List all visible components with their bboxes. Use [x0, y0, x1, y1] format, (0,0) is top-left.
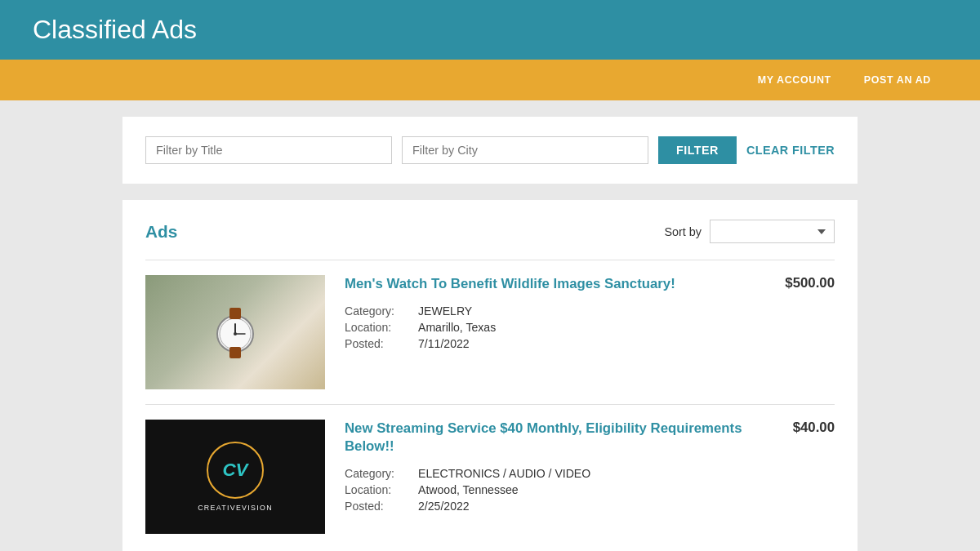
posted-value: 7/11/2022 [418, 337, 835, 350]
ad-item: Men's Watch To Benefit Wildlife Images S… [145, 260, 835, 404]
ads-heading: Ads [145, 222, 177, 242]
posted-label: Posted: [345, 500, 418, 513]
filter-title-input[interactable] [145, 136, 392, 164]
ads-panel: Ads Sort by Price: Low to High Price: Hi… [122, 200, 858, 551]
site-title: Classified Ads [33, 15, 947, 45]
clear-filter-button[interactable]: CLEAR FILTER [746, 144, 835, 157]
location-label: Location: [345, 321, 418, 334]
cv-brand-text: CREATIVEVISION [198, 504, 273, 512]
svg-point-6 [234, 332, 237, 335]
ad-top-row: Men's Watch To Benefit Wildlife Images S… [345, 275, 835, 293]
filter-city-input[interactable] [402, 136, 648, 164]
navbar: MY ACCOUNT POST AN AD [0, 60, 980, 100]
ad-item: CV CREATIVEVISION New Streaming Service … [145, 404, 835, 549]
ad-image-cv: CV CREATIVEVISION [145, 420, 325, 534]
filter-button[interactable]: FILTER [658, 136, 737, 164]
ad-image-watch [145, 275, 325, 389]
ad-price: $40.00 [777, 420, 835, 436]
cv-logo-circle: CV [207, 442, 264, 499]
location-value: Atwood, Tennessee [418, 483, 835, 496]
posted-value: 2/25/2022 [418, 500, 835, 513]
filter-box: FILTER CLEAR FILTER [122, 117, 858, 184]
ad-content: Men's Watch To Benefit Wildlife Images S… [345, 275, 835, 389]
cv-logo-text: CV [222, 460, 247, 481]
svg-rect-3 [229, 347, 241, 358]
svg-rect-2 [229, 308, 241, 319]
ad-title-link[interactable]: New Streaming Service $40 Monthly, Eligi… [345, 420, 777, 455]
location-value: Amarillo, Texas [418, 321, 835, 334]
ad-title-link[interactable]: Men's Watch To Benefit Wildlife Images S… [345, 275, 675, 293]
ads-header: Ads Sort by Price: Low to High Price: Hi… [145, 220, 835, 243]
location-label: Location: [345, 483, 418, 496]
category-value: ELECTRONICS / AUDIO / VIDEO [418, 467, 835, 480]
ad-top-row: New Streaming Service $40 Monthly, Eligi… [345, 420, 835, 455]
category-value: JEWELRY [418, 304, 835, 318]
ad-meta: Category: JEWELRY Location: Amarillo, Te… [345, 304, 835, 350]
sort-select[interactable]: Price: Low to High Price: High to Low Da… [710, 220, 835, 243]
ad-meta: Category: ELECTRONICS / AUDIO / VIDEO Lo… [345, 467, 835, 513]
posted-label: Posted: [345, 337, 418, 350]
content-wrapper: FILTER CLEAR FILTER Ads Sort by Price: L… [122, 100, 858, 551]
post-an-ad-link[interactable]: POST AN AD [848, 60, 947, 100]
my-account-link[interactable]: MY ACCOUNT [742, 60, 848, 100]
category-label: Category: [345, 467, 418, 480]
ad-content: New Streaming Service $40 Monthly, Eligi… [345, 420, 835, 534]
sort-label: Sort by [664, 225, 702, 238]
site-header: Classified Ads [0, 0, 980, 60]
sort-control: Sort by Price: Low to High Price: High t… [664, 220, 835, 243]
category-label: Category: [345, 304, 418, 318]
ad-price: $500.00 [768, 275, 835, 291]
